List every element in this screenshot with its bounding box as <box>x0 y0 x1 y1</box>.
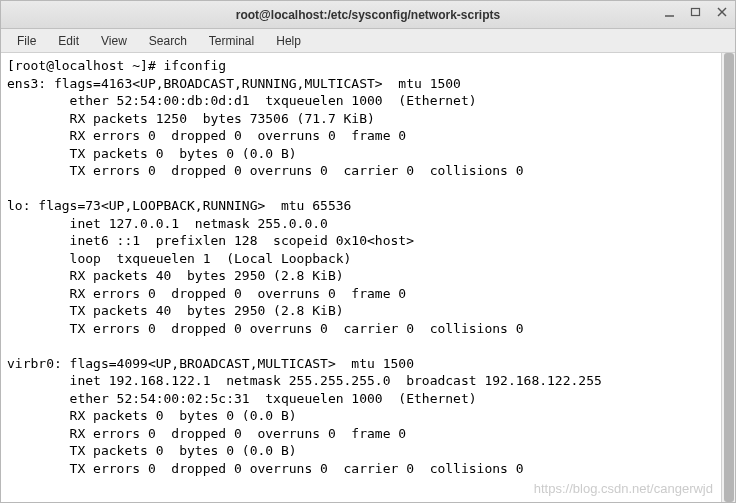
menubar: File Edit View Search Terminal Help <box>1 29 735 53</box>
terminal-area[interactable]: [root@localhost ~]# ifconfig ens3: flags… <box>1 53 735 502</box>
scroll-thumb[interactable] <box>724 53 734 502</box>
minimize-button[interactable] <box>663 5 677 19</box>
close-icon <box>716 6 728 18</box>
command-output: ens3: flags=4163<UP,BROADCAST,RUNNING,MU… <box>7 76 602 476</box>
menu-terminal[interactable]: Terminal <box>199 31 264 51</box>
vertical-scrollbar[interactable] <box>721 53 735 502</box>
svg-rect-1 <box>692 9 700 16</box>
window-controls <box>663 5 729 19</box>
shell-prompt: [root@localhost ~]# <box>7 58 164 73</box>
minimize-icon <box>664 6 676 18</box>
menu-view[interactable]: View <box>91 31 137 51</box>
menu-file[interactable]: File <box>7 31 46 51</box>
shell-command: ifconfig <box>164 58 227 73</box>
maximize-icon <box>690 6 702 18</box>
close-button[interactable] <box>715 5 729 19</box>
menu-search[interactable]: Search <box>139 31 197 51</box>
menu-help[interactable]: Help <box>266 31 311 51</box>
window-title: root@localhost:/etc/sysconfig/network-sc… <box>236 8 500 22</box>
terminal-content[interactable]: [root@localhost ~]# ifconfig ens3: flags… <box>1 53 721 502</box>
menu-edit[interactable]: Edit <box>48 31 89 51</box>
maximize-button[interactable] <box>689 5 703 19</box>
window-titlebar: root@localhost:/etc/sysconfig/network-sc… <box>1 1 735 29</box>
